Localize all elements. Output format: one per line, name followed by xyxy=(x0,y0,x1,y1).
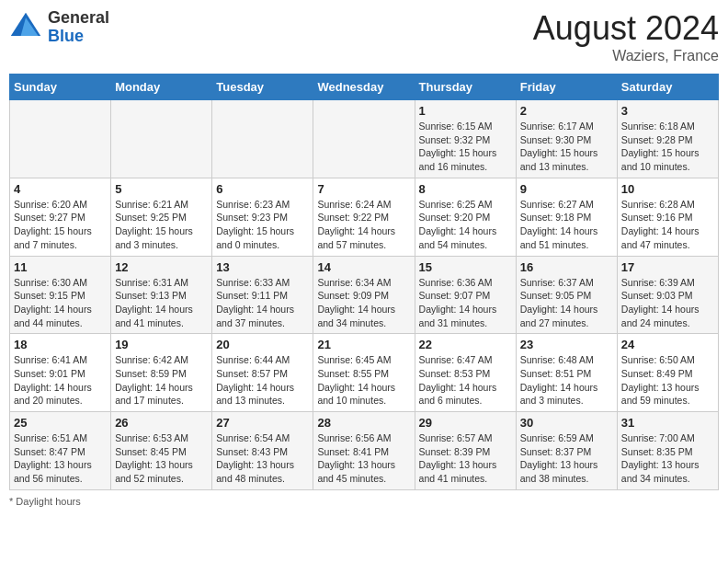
location: Waziers, France xyxy=(533,48,719,64)
weekday-header-cell: Friday xyxy=(516,75,617,100)
calendar-cell: 16Sunrise: 6:37 AM Sunset: 9:05 PM Dayli… xyxy=(516,256,617,334)
day-number: 9 xyxy=(520,182,613,196)
day-number: 6 xyxy=(216,182,309,196)
day-number: 12 xyxy=(115,260,208,274)
day-detail: Sunrise: 6:24 AM Sunset: 9:22 PM Dayligh… xyxy=(317,198,410,252)
weekday-header-row: SundayMondayTuesdayWednesdayThursdayFrid… xyxy=(10,75,719,100)
weekday-header-cell: Wednesday xyxy=(313,75,415,100)
day-detail: Sunrise: 6:27 AM Sunset: 9:18 PM Dayligh… xyxy=(520,198,613,252)
day-detail: Sunrise: 6:39 AM Sunset: 9:03 PM Dayligh… xyxy=(621,276,714,330)
daylight-hours-label: Daylight hours xyxy=(16,496,80,507)
calendar-cell: 23Sunrise: 6:48 AM Sunset: 8:51 PM Dayli… xyxy=(516,334,617,412)
footer-note: * Daylight hours xyxy=(9,496,719,507)
calendar-cell xyxy=(212,100,313,178)
day-number: 22 xyxy=(419,338,512,351)
calendar-cell: 6Sunrise: 6:23 AM Sunset: 9:23 PM Daylig… xyxy=(212,178,313,256)
logo: General Blue xyxy=(9,9,109,46)
calendar-cell: 25Sunrise: 6:51 AM Sunset: 8:47 PM Dayli… xyxy=(10,412,111,490)
day-detail: Sunrise: 6:20 AM Sunset: 9:27 PM Dayligh… xyxy=(14,198,107,252)
day-detail: Sunrise: 6:36 AM Sunset: 9:07 PM Dayligh… xyxy=(419,276,512,330)
day-number: 25 xyxy=(14,416,107,430)
weekday-header-cell: Thursday xyxy=(415,75,516,100)
day-detail: Sunrise: 6:56 AM Sunset: 8:41 PM Dayligh… xyxy=(317,431,410,486)
day-detail: Sunrise: 7:00 AM Sunset: 8:35 PM Dayligh… xyxy=(621,431,714,486)
day-number: 14 xyxy=(317,260,410,274)
day-number: 15 xyxy=(419,260,512,274)
weekday-header-cell: Tuesday xyxy=(212,75,313,100)
calendar-cell: 28Sunrise: 6:56 AM Sunset: 8:41 PM Dayli… xyxy=(313,412,415,490)
title-block: August 2024 Waziers, France xyxy=(533,9,719,64)
day-number: 20 xyxy=(216,338,309,351)
calendar-cell: 7Sunrise: 6:24 AM Sunset: 9:22 PM Daylig… xyxy=(313,178,415,256)
calendar-cell: 22Sunrise: 6:47 AM Sunset: 8:53 PM Dayli… xyxy=(415,334,516,412)
weekday-header-cell: Monday xyxy=(111,75,212,100)
day-number: 8 xyxy=(419,182,512,196)
day-detail: Sunrise: 6:44 AM Sunset: 8:57 PM Dayligh… xyxy=(216,353,309,408)
calendar-row: 4Sunrise: 6:20 AM Sunset: 9:27 PM Daylig… xyxy=(10,178,719,256)
day-detail: Sunrise: 6:51 AM Sunset: 8:47 PM Dayligh… xyxy=(14,431,107,486)
day-detail: Sunrise: 6:25 AM Sunset: 9:20 PM Dayligh… xyxy=(419,198,512,252)
day-number: 18 xyxy=(14,338,107,351)
calendar-cell xyxy=(111,100,212,178)
day-detail: Sunrise: 6:34 AM Sunset: 9:09 PM Dayligh… xyxy=(317,276,410,330)
calendar-cell: 30Sunrise: 6:59 AM Sunset: 8:37 PM Dayli… xyxy=(516,412,617,490)
logo-text: General Blue xyxy=(48,9,109,46)
calendar-cell: 26Sunrise: 6:53 AM Sunset: 8:45 PM Dayli… xyxy=(111,412,212,490)
calendar-cell xyxy=(313,100,415,178)
day-detail: Sunrise: 6:45 AM Sunset: 8:55 PM Dayligh… xyxy=(317,353,410,408)
calendar-cell: 24Sunrise: 6:50 AM Sunset: 8:49 PM Dayli… xyxy=(617,334,718,412)
day-detail: Sunrise: 6:54 AM Sunset: 8:43 PM Dayligh… xyxy=(216,431,309,486)
day-number: 27 xyxy=(216,416,309,430)
day-number: 16 xyxy=(520,260,613,274)
day-detail: Sunrise: 6:37 AM Sunset: 9:05 PM Dayligh… xyxy=(520,276,613,330)
day-detail: Sunrise: 6:30 AM Sunset: 9:15 PM Dayligh… xyxy=(14,276,107,330)
calendar-cell: 2Sunrise: 6:17 AM Sunset: 9:30 PM Daylig… xyxy=(516,100,617,178)
day-number: 24 xyxy=(621,338,714,351)
calendar-cell: 18Sunrise: 6:41 AM Sunset: 9:01 PM Dayli… xyxy=(10,334,111,412)
day-detail: Sunrise: 6:23 AM Sunset: 9:23 PM Dayligh… xyxy=(216,198,309,252)
calendar-cell: 31Sunrise: 7:00 AM Sunset: 8:35 PM Dayli… xyxy=(617,412,718,490)
calendar-table: SundayMondayTuesdayWednesdayThursdayFrid… xyxy=(9,74,719,490)
calendar-cell: 12Sunrise: 6:31 AM Sunset: 9:13 PM Dayli… xyxy=(111,256,212,334)
day-number: 28 xyxy=(317,416,410,430)
weekday-header-cell: Sunday xyxy=(10,75,111,100)
calendar-cell: 17Sunrise: 6:39 AM Sunset: 9:03 PM Dayli… xyxy=(617,256,718,334)
calendar-cell: 10Sunrise: 6:28 AM Sunset: 9:16 PM Dayli… xyxy=(617,178,718,256)
day-number: 1 xyxy=(419,104,512,118)
day-number: 13 xyxy=(216,260,309,274)
day-detail: Sunrise: 6:41 AM Sunset: 9:01 PM Dayligh… xyxy=(14,353,107,408)
calendar-cell: 14Sunrise: 6:34 AM Sunset: 9:09 PM Dayli… xyxy=(313,256,415,334)
day-number: 2 xyxy=(520,104,613,118)
day-number: 11 xyxy=(14,260,107,274)
calendar-cell: 27Sunrise: 6:54 AM Sunset: 8:43 PM Dayli… xyxy=(212,412,313,490)
logo-icon xyxy=(9,11,42,44)
logo-blue: Blue xyxy=(48,27,84,45)
calendar-cell: 29Sunrise: 6:57 AM Sunset: 8:39 PM Dayli… xyxy=(415,412,516,490)
day-number: 29 xyxy=(419,416,512,430)
day-detail: Sunrise: 6:59 AM Sunset: 8:37 PM Dayligh… xyxy=(520,431,613,486)
day-detail: Sunrise: 6:31 AM Sunset: 9:13 PM Dayligh… xyxy=(115,276,208,330)
calendar-cell: 9Sunrise: 6:27 AM Sunset: 9:18 PM Daylig… xyxy=(516,178,617,256)
calendar-cell: 5Sunrise: 6:21 AM Sunset: 9:25 PM Daylig… xyxy=(111,178,212,256)
calendar-cell: 19Sunrise: 6:42 AM Sunset: 8:59 PM Dayli… xyxy=(111,334,212,412)
header: General Blue August 2024 Waziers, France xyxy=(9,9,719,64)
logo-general: General xyxy=(48,8,109,27)
calendar-cell: 3Sunrise: 6:18 AM Sunset: 9:28 PM Daylig… xyxy=(617,100,718,178)
day-detail: Sunrise: 6:53 AM Sunset: 8:45 PM Dayligh… xyxy=(115,431,208,486)
day-number: 21 xyxy=(317,338,410,351)
day-number: 23 xyxy=(520,338,613,351)
day-detail: Sunrise: 6:42 AM Sunset: 8:59 PM Dayligh… xyxy=(115,353,208,408)
calendar-cell: 20Sunrise: 6:44 AM Sunset: 8:57 PM Dayli… xyxy=(212,334,313,412)
calendar-cell: 13Sunrise: 6:33 AM Sunset: 9:11 PM Dayli… xyxy=(212,256,313,334)
day-detail: Sunrise: 6:28 AM Sunset: 9:16 PM Dayligh… xyxy=(621,198,714,252)
calendar-cell: 4Sunrise: 6:20 AM Sunset: 9:27 PM Daylig… xyxy=(10,178,111,256)
day-number: 3 xyxy=(621,104,714,118)
day-number: 10 xyxy=(621,182,714,196)
day-detail: Sunrise: 6:57 AM Sunset: 8:39 PM Dayligh… xyxy=(419,431,512,486)
day-number: 30 xyxy=(520,416,613,430)
day-detail: Sunrise: 6:33 AM Sunset: 9:11 PM Dayligh… xyxy=(216,276,309,330)
month-year: August 2024 xyxy=(533,9,719,48)
weekday-header-cell: Saturday xyxy=(617,75,718,100)
day-number: 19 xyxy=(115,338,208,351)
day-detail: Sunrise: 6:15 AM Sunset: 9:32 PM Dayligh… xyxy=(419,120,512,174)
